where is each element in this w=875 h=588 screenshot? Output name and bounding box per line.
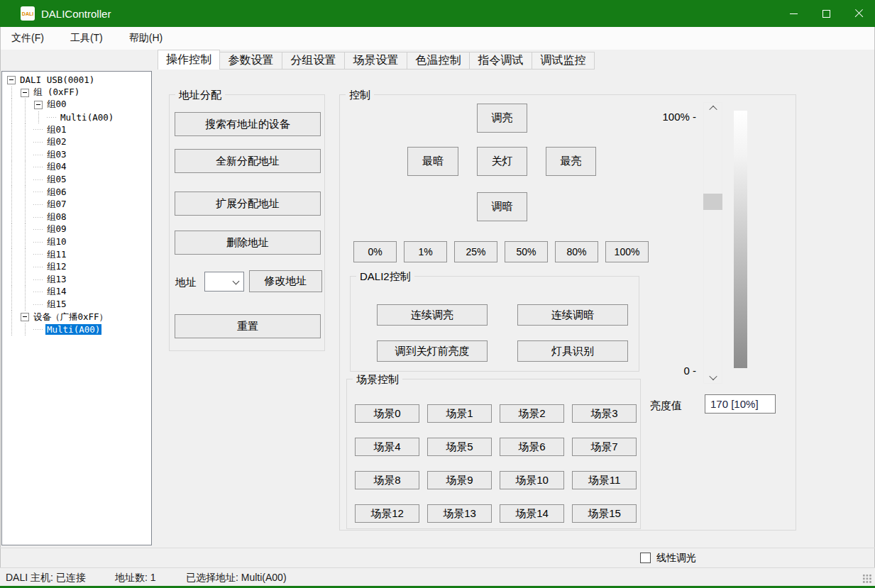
scene-button[interactable]: 场景7 bbox=[572, 438, 637, 456]
percent-button[interactable]: 80% bbox=[555, 241, 598, 262]
scene-button[interactable]: 场景14 bbox=[500, 504, 564, 523]
tree-guide-line bbox=[32, 111, 45, 124]
tab[interactable]: 指令调试 bbox=[470, 52, 532, 70]
tree-item[interactable]: 组15 bbox=[5, 299, 151, 311]
tab[interactable]: 分组设置 bbox=[282, 52, 345, 70]
scroll-down-button[interactable] bbox=[703, 371, 722, 384]
tree-item[interactable]: 组13 bbox=[5, 274, 151, 287]
dali2-action-button[interactable]: 灯具识别 bbox=[517, 340, 628, 362]
status-bar: DALI 主机: 已连接 地址数: 1 已选择地址: Multi(A00) bbox=[0, 567, 875, 586]
tree-item[interactable]: 组03 bbox=[5, 149, 151, 162]
tree-connector bbox=[32, 323, 45, 336]
tree-item[interactable]: 组06 bbox=[5, 186, 151, 199]
scene-button[interactable]: 场景3 bbox=[572, 404, 637, 423]
tree-item[interactable]: 组02 bbox=[5, 136, 151, 149]
tree-item[interactable]: DALI USB(0001) bbox=[5, 74, 151, 87]
dali2-action-button[interactable]: 调到关灯前亮度 bbox=[377, 340, 488, 362]
scene-button[interactable]: 场景10 bbox=[500, 471, 564, 489]
brighten-button[interactable]: 调亮 bbox=[477, 104, 527, 133]
scene-button[interactable]: 场景6 bbox=[500, 438, 564, 456]
device-tree[interactable]: DALI USB(0001)组 (0xFF)组00Multi(A00)组01组0… bbox=[1, 71, 152, 545]
tree-guide-line bbox=[18, 161, 32, 174]
address-action-button[interactable]: 扩展分配地址 bbox=[175, 192, 321, 216]
tab[interactable]: 调试监控 bbox=[532, 52, 595, 70]
percent-button[interactable]: 50% bbox=[505, 241, 548, 262]
tab-strip: 操作控制参数设置分组设置场景设置色温控制指令调试调试监控 bbox=[158, 50, 595, 70]
tree-item[interactable]: Multi(A00) bbox=[5, 323, 151, 336]
dali2-action-button[interactable]: 连续调暗 bbox=[517, 304, 628, 326]
tree-item[interactable]: 组07 bbox=[5, 199, 151, 211]
percent-button[interactable]: 1% bbox=[404, 241, 447, 262]
scrollbar-thumb[interactable] bbox=[703, 194, 722, 210]
light-off-button[interactable]: 关灯 bbox=[477, 147, 527, 176]
tree-item[interactable]: 组11 bbox=[5, 248, 151, 261]
tree-connector bbox=[32, 274, 45, 287]
percent-button[interactable]: 100% bbox=[605, 241, 649, 262]
reset-button[interactable]: 重置 bbox=[175, 314, 321, 338]
tree-guide-line bbox=[5, 211, 18, 224]
maximize-button[interactable] bbox=[810, 0, 842, 27]
scene-button[interactable]: 场景4 bbox=[355, 438, 419, 456]
tree-item[interactable]: Multi(A00) bbox=[5, 111, 151, 124]
percent-button[interactable]: 25% bbox=[454, 241, 497, 262]
dimmest-button[interactable]: 最暗 bbox=[407, 147, 458, 176]
tree-guide-line bbox=[5, 99, 18, 111]
tree-item[interactable]: 组14 bbox=[5, 286, 151, 299]
tree-guide-line bbox=[18, 236, 32, 249]
tree-guide-line bbox=[5, 111, 18, 124]
minimize-button[interactable] bbox=[777, 0, 810, 27]
address-action-button[interactable]: 删除地址 bbox=[175, 231, 321, 255]
tree-item[interactable]: 组01 bbox=[5, 123, 151, 136]
address-combobox[interactable] bbox=[204, 272, 244, 292]
scene-button[interactable]: 场景15 bbox=[572, 504, 637, 523]
tree-item[interactable]: 组12 bbox=[5, 261, 151, 274]
collapse-icon[interactable] bbox=[18, 87, 32, 99]
tree-item[interactable]: 组09 bbox=[5, 223, 151, 236]
scene-button[interactable]: 场景12 bbox=[355, 504, 419, 523]
scene-button[interactable]: 场景1 bbox=[427, 404, 492, 423]
app-icon: DALI bbox=[21, 6, 35, 21]
scene-button[interactable]: 场景11 bbox=[572, 471, 637, 489]
brightness-scrollbar[interactable] bbox=[703, 102, 722, 384]
tree-item[interactable]: 设备（广播0xFF） bbox=[5, 311, 151, 323]
scroll-up-button[interactable] bbox=[703, 102, 722, 115]
tree-item[interactable]: 组08 bbox=[5, 211, 151, 224]
tree-item[interactable]: 组 (0xFF) bbox=[5, 87, 151, 99]
tab[interactable]: 操作控制 bbox=[158, 50, 220, 70]
address-action-button[interactable]: 搜索有地址的设备 bbox=[175, 112, 321, 136]
tree-item[interactable]: 组10 bbox=[5, 236, 151, 249]
tree-item[interactable]: 组00 bbox=[5, 99, 151, 111]
close-button[interactable] bbox=[842, 0, 875, 27]
tree-item-label: 组14 bbox=[45, 286, 68, 298]
address-action-button[interactable]: 全新分配地址 bbox=[175, 149, 321, 173]
percent-button[interactable]: 0% bbox=[353, 241, 397, 262]
tab[interactable]: 场景设置 bbox=[345, 52, 407, 70]
brightest-button[interactable]: 最亮 bbox=[546, 147, 596, 176]
menu-item[interactable]: 工具(T) bbox=[61, 28, 112, 48]
chevron-up-icon bbox=[709, 106, 717, 113]
scene-button[interactable]: 场景0 bbox=[355, 404, 419, 423]
dali2-action-button[interactable]: 连续调亮 bbox=[377, 304, 488, 326]
footer-strip: 线性调光 bbox=[0, 548, 875, 567]
brightness-value-field[interactable]: 170 [10%] bbox=[705, 394, 776, 414]
linear-dimming-checkbox[interactable] bbox=[640, 553, 651, 563]
tree-guide-line bbox=[5, 323, 18, 336]
tree-item[interactable]: 组04 bbox=[5, 161, 151, 174]
dim-button[interactable]: 调暗 bbox=[477, 192, 527, 221]
scene-button[interactable]: 场景2 bbox=[500, 404, 564, 423]
scene-button[interactable]: 场景13 bbox=[427, 504, 492, 523]
scene-button[interactable]: 场景5 bbox=[427, 438, 492, 456]
collapse-icon[interactable] bbox=[18, 311, 32, 323]
tree-guide-line bbox=[5, 311, 18, 323]
modify-address-button[interactable]: 修改地址 bbox=[249, 270, 322, 292]
tab[interactable]: 参数设置 bbox=[220, 52, 282, 70]
collapse-icon[interactable] bbox=[32, 99, 45, 111]
collapse-icon[interactable] bbox=[5, 74, 18, 87]
tree-item[interactable]: 组05 bbox=[5, 174, 151, 187]
scene-button[interactable]: 场景9 bbox=[427, 471, 492, 489]
menu-item[interactable]: 文件(F) bbox=[2, 28, 53, 48]
tab[interactable]: 色温控制 bbox=[407, 52, 470, 70]
menu-item[interactable]: 帮助(H) bbox=[120, 28, 172, 48]
scene-button[interactable]: 场景8 bbox=[355, 471, 419, 489]
resize-grip[interactable] bbox=[862, 574, 872, 584]
